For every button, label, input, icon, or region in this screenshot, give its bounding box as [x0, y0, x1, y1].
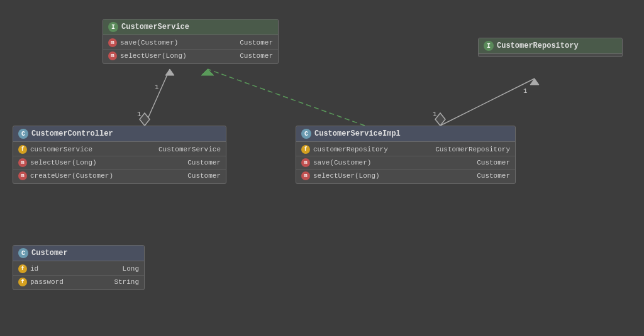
customer-box: C Customer f id Long f password String	[13, 245, 145, 290]
field-icon: f	[18, 264, 27, 273]
field-icon: f	[18, 145, 27, 154]
row-name: selectUser(Long)	[120, 52, 236, 60]
customer-repository-box: I CustomerRepository	[478, 38, 623, 57]
row-save: m save(Customer) Customer	[103, 36, 278, 50]
customer-controller-box: C CustomerController f customerService C…	[13, 126, 226, 184]
row-password: f password String	[13, 276, 144, 288]
customer-service-header: I CustomerService	[103, 19, 278, 35]
row-type: Customer	[240, 39, 273, 46]
row-name: password	[30, 278, 111, 286]
row-name: customerService	[30, 146, 155, 153]
customer-service-body: m save(Customer) Customer m selectUser(L…	[103, 35, 278, 63]
customer-body: f id Long f password String	[13, 261, 144, 290]
customer-service-impl-title: CustomerServiceImpl	[314, 129, 401, 138]
customer-service-impl-box: C CustomerServiceImpl f customerReposito…	[296, 126, 516, 184]
customer-controller-title: CustomerController	[31, 129, 113, 138]
row-name: customerRepository	[313, 146, 432, 153]
row-type: Customer	[477, 172, 510, 180]
class-icon: C	[301, 129, 311, 139]
customer-service-impl-header: C CustomerServiceImpl	[296, 126, 515, 142]
row-type: Customer	[240, 52, 273, 60]
row-name: selectUser(Long)	[313, 172, 474, 180]
svg-line-0	[145, 69, 170, 126]
row-name: selectUser(Long)	[30, 159, 184, 166]
svg-text:1: 1	[137, 111, 142, 118]
svg-marker-1	[140, 113, 150, 126]
row-name: save(Customer)	[120, 39, 236, 46]
svg-text:1: 1	[155, 84, 159, 91]
diagram-canvas: 1 1 1 1 I CustomerService m save(Custome…	[0, 0, 644, 336]
svg-marker-8	[435, 113, 445, 126]
svg-text:1: 1	[433, 111, 437, 118]
customer-controller-body: f customerService CustomerService m sele…	[13, 142, 226, 183]
row-name: save(Customer)	[313, 159, 474, 166]
svg-marker-6	[201, 69, 214, 75]
row-type: Customer	[477, 159, 510, 166]
customer-service-box: I CustomerService m save(Customer) Custo…	[103, 19, 279, 64]
row-name: createUser(Customer)	[30, 172, 184, 180]
svg-marker-2	[165, 69, 174, 75]
row-customerservice: f customerService CustomerService	[13, 143, 226, 156]
method-icon: m	[108, 51, 117, 60]
svg-line-5	[208, 69, 365, 126]
svg-line-7	[440, 79, 535, 126]
row-id: f id Long	[13, 263, 144, 276]
customer-title: Customer	[31, 249, 68, 257]
field-icon: f	[301, 145, 310, 154]
row-save: m save(Customer) Customer	[296, 156, 515, 170]
method-icon: m	[18, 171, 27, 180]
interface-icon: I	[484, 41, 494, 51]
method-icon: m	[108, 38, 117, 47]
row-type: String	[114, 278, 139, 286]
row-selectuser: m selectUser(Long) Customer	[13, 156, 226, 170]
svg-marker-9	[530, 79, 539, 85]
interface-icon: I	[108, 22, 118, 32]
customer-controller-header: C CustomerController	[13, 126, 226, 142]
row-customerrepository: f customerRepository CustomerRepository	[296, 143, 515, 156]
method-icon: m	[301, 158, 310, 167]
customer-service-impl-body: f customerRepository CustomerRepository …	[296, 142, 515, 183]
customer-service-title: CustomerService	[121, 23, 189, 31]
row-selectuser: m selectUser(Long) Customer	[103, 50, 278, 62]
row-createuser: m createUser(Customer) Customer	[13, 170, 226, 182]
row-type: CustomerService	[158, 146, 221, 153]
row-name: id	[30, 265, 119, 273]
svg-text:1: 1	[523, 87, 528, 95]
row-type: Long	[123, 265, 139, 273]
row-type: Customer	[187, 172, 221, 180]
method-icon: m	[18, 158, 27, 167]
row-selectuser: m selectUser(Long) Customer	[296, 170, 515, 182]
class-icon: C	[18, 248, 28, 258]
class-icon: C	[18, 129, 28, 139]
customer-repository-body	[479, 54, 622, 57]
customer-repository-header: I CustomerRepository	[479, 38, 622, 54]
row-type: Customer	[187, 159, 221, 166]
customer-repository-title: CustomerRepository	[497, 41, 579, 50]
row-type: CustomerRepository	[435, 146, 510, 153]
method-icon: m	[301, 171, 310, 180]
customer-header: C Customer	[13, 246, 144, 261]
field-icon: f	[18, 278, 27, 286]
